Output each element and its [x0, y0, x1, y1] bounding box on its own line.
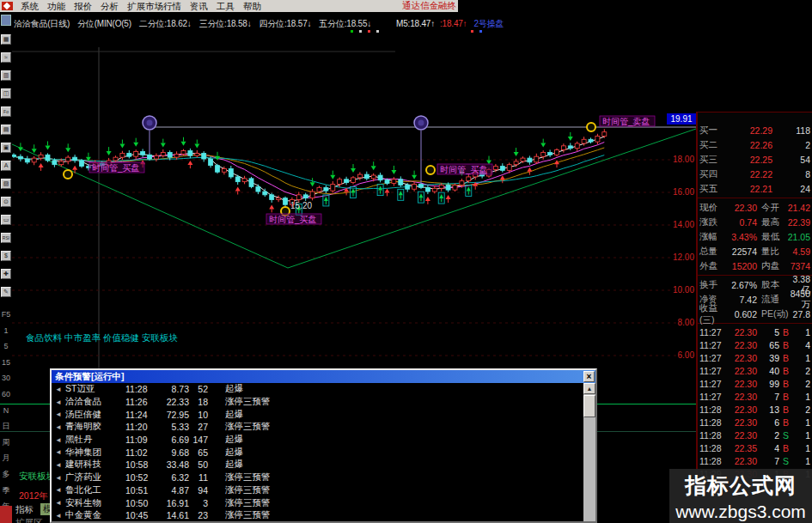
info-value: 0.74	[725, 217, 757, 228]
multi-window-icon[interactable]: ◫	[1, 88, 11, 99]
alert-price: 5.33	[156, 422, 189, 432]
close-icon[interactable]: ×	[583, 371, 595, 382]
bid-row[interactable]: 买二22.262	[699, 137, 810, 152]
tick-volume: 99	[757, 379, 779, 389]
board-icon[interactable]: ▣	[1, 143, 11, 153]
alert-count: 18	[189, 397, 208, 407]
menu-item-7[interactable]: 帮助	[239, 0, 266, 12]
font-icon[interactable]: A	[1, 161, 11, 171]
quantile-0: 二分位:18.62↓	[139, 19, 192, 28]
info-row: 涨跌0.74最高22.39	[699, 215, 810, 229]
edit-icon[interactable]: ✎	[1, 287, 11, 297]
signal-dot	[479, 30, 482, 33]
period-button-5[interactable]: 5	[0, 341, 12, 352]
period-button-月[interactable]: 月	[0, 453, 12, 464]
alert-row[interactable]: ◄中金黄金10:4514.6123涨停三预警	[52, 509, 583, 521]
tdx-logo-icon	[2, 2, 13, 10]
speaker-icon: ◄	[55, 512, 65, 520]
quote-panel[interactable]: 买一22.29118买二22.262买三22.2554买四22.228买五22.…	[696, 112, 812, 483]
rsi-icon[interactable]: RSI	[1, 233, 11, 243]
period-button-N[interactable]: N	[0, 405, 12, 417]
tick-row: 11:2822.307S1	[699, 454, 810, 467]
bid-row[interactable]: 买三22.2554	[699, 152, 810, 167]
menu-item-2[interactable]: 报价	[70, 0, 96, 12]
alert-stock-name: 建研科技	[65, 459, 125, 471]
menu-item-5[interactable]: 资讯	[186, 0, 212, 12]
report-icon[interactable]: ▤	[1, 125, 11, 135]
draw-icon[interactable]: ▨	[1, 179, 11, 189]
tab-extend[interactable]: 扩展区	[15, 517, 43, 523]
alert-time: 10:45	[125, 510, 156, 520]
menu-item-0[interactable]: 系统	[16, 0, 43, 12]
period-button-季[interactable]: 季	[0, 485, 12, 496]
alert-row[interactable]: ◄广济药业10:526.3211涨停三预警	[52, 471, 583, 484]
alert-count: 50	[189, 459, 208, 470]
speaker-icon: ◄	[55, 398, 65, 406]
main-chart[interactable]: 时间管_买盘时间管_买盘时间管_买盘时间管_卖盘15.20	[12, 34, 696, 371]
info-label: 最高	[757, 216, 785, 228]
info-value: 7374	[785, 261, 810, 271]
kline-icon[interactable]: ▥	[1, 70, 11, 81]
grid-icon[interactable]: ▦	[1, 34, 11, 45]
period-button-日[interactable]: 日	[0, 421, 12, 432]
tick-time: 11:27	[699, 366, 724, 376]
sector-tags[interactable]: 食品饮料 中市盈率 价值稳健 安联板块	[26, 332, 178, 344]
money-icon[interactable]: $	[1, 251, 11, 261]
price-axis-label: 16.00	[669, 187, 694, 197]
alert-row[interactable]: ◄黑牡丹11:096.69147起爆	[52, 434, 583, 447]
move-icon[interactable]: ✚	[1, 269, 11, 279]
bid-price: 22.29	[723, 125, 772, 136]
period-button-周[interactable]: 周	[0, 437, 12, 448]
bid-row[interactable]: 买一22.29118	[699, 123, 810, 137]
period-button-30[interactable]: 30	[0, 373, 12, 384]
alert-price: 4.87	[156, 485, 189, 496]
scrollbar[interactable]: ▲	[583, 383, 595, 521]
alert-row[interactable]: ◄华神集团11:029.6865起爆	[52, 446, 583, 459]
menu-item-6[interactable]: 工具	[212, 0, 239, 12]
watermark-url: www.zbgs3.com	[669, 502, 812, 522]
alert-row[interactable]: ◄建研科技10:5833.4850起爆	[52, 459, 583, 471]
period-button-F5[interactable]: F5	[0, 309, 12, 320]
bid-label: 买三	[699, 154, 723, 166]
info-value: 15200	[725, 261, 757, 271]
tick-count: 2	[792, 404, 810, 415]
bid-row[interactable]: 买四22.228	[699, 167, 810, 181]
info-label: 今开	[757, 202, 785, 214]
scrollbar-thumb[interactable]	[583, 395, 595, 417]
period-button-15[interactable]: 15	[0, 357, 12, 368]
menu-item-1[interactable]: 功能	[43, 0, 70, 12]
signal-dot	[376, 30, 379, 33]
tick-price: 22.30	[724, 456, 757, 466]
alert-row[interactable]: ◄汤臣倍健11:2472.9510起爆	[52, 408, 583, 421]
zoom-icon[interactable]: ⊙	[1, 197, 11, 207]
speaker-icon: ◄	[55, 461, 65, 469]
tick-side: B	[779, 404, 792, 415]
tab-indicator[interactable]: 指标	[15, 504, 34, 516]
alert-row[interactable]: ◄安科生物10:5016.913涨停三预警	[52, 496, 583, 509]
period-button-多[interactable]: 多	[0, 469, 12, 480]
menu-item-3[interactable]: 分析	[96, 0, 123, 12]
menu-item-4[interactable]: 扩展市场行情	[123, 0, 186, 12]
period-button-60[interactable]: 60	[0, 389, 12, 400]
minute-icon[interactable]: ▭	[1, 215, 11, 225]
alert-row[interactable]: ◄洽洽食品11:2622.3318涨停三预警	[52, 396, 583, 409]
alert-signal: 起爆	[225, 447, 243, 459]
alert-row[interactable]: ◄鲁北化工10:514.8794涨停三预警	[52, 484, 583, 497]
alert-price: 33.48	[156, 459, 189, 470]
bid-row[interactable]: 买五22.2124	[699, 181, 810, 196]
alert-row[interactable]: ◄ST迈亚11:288.7352起爆	[52, 383, 583, 396]
price-axis-label: 6.00	[669, 350, 694, 360]
alert-signal: 涨停三预警	[225, 484, 271, 496]
period-button-1[interactable]: 1	[0, 325, 12, 337]
bid-volume: 118	[781, 125, 810, 136]
dialog-titlebar[interactable]: 条件预警[运行中] ×	[52, 370, 595, 383]
info-value: 27.8	[785, 309, 810, 319]
year-label: 2012年	[19, 490, 48, 502]
scrollbar-up-icon[interactable]: ▲	[583, 383, 595, 394]
alert-row[interactable]: ◄青海明胶11:205.3327涨停三预警	[52, 421, 583, 434]
trend-icon[interactable]: ≈	[1, 52, 11, 63]
bid-price: 22.26	[723, 140, 772, 150]
tick-row: 11:2722.3039B1	[699, 351, 810, 364]
m5-alt-value: :18.47↑	[440, 19, 467, 28]
formula-icon[interactable]: Fo	[1, 106, 11, 117]
